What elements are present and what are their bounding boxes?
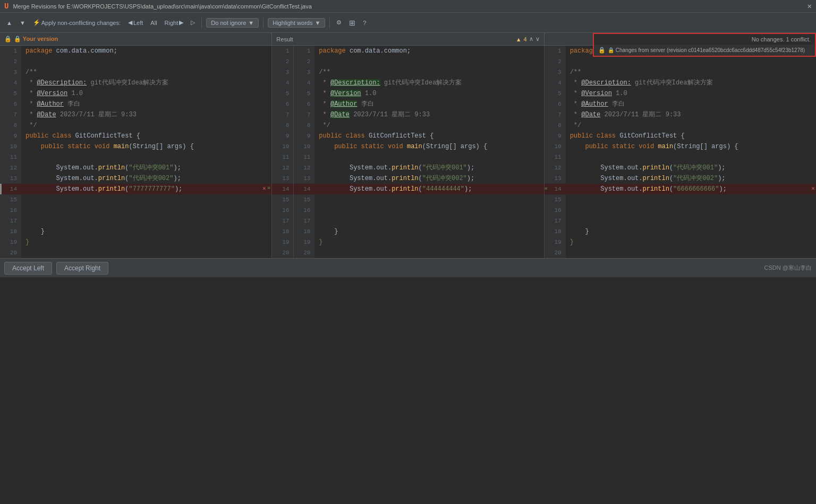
app-logo: U <box>4 2 8 11</box>
no-changes-text: No changes. 1 conflict. <box>594 34 815 45</box>
right-line-3: 3 /** <box>545 67 816 78</box>
bottom-bar: Accept Left Accept Right CSDN @寒山李白 <box>0 258 816 277</box>
lock-icon: 🔒 <box>598 47 606 54</box>
nav-up-button[interactable]: ∧ <box>529 36 533 42</box>
left-line-17: 17 <box>0 216 271 226</box>
center-line-15: 15 15 <box>272 194 543 205</box>
warning-icon: ▲ <box>516 36 522 42</box>
left-line-8: 8 */ <box>0 120 271 131</box>
left-line-13: 13 System.out.println("代码冲突002"); <box>0 173 271 184</box>
ignore-dropdown-arrow-icon: ▼ <box>248 20 254 26</box>
center-line-2: 2 2 <box>272 56 543 67</box>
ignore-dropdown-button[interactable]: Do not ignore ▼ <box>206 18 259 28</box>
nav-down-button[interactable]: ∨ <box>536 36 540 42</box>
right-line-14: 14 « System.out.println("6666666666"); ✕ <box>545 184 816 194</box>
right-line-18: 18 } <box>545 226 816 237</box>
left-accept-arrow-button[interactable]: » <box>267 185 271 192</box>
center-line-12: 12 12 System.out.println("代码冲突001"); <box>272 163 543 173</box>
right-line-6: 6 * @Author 李白 <box>545 99 816 109</box>
right-line-13: 13 System.out.println("代码冲突002"); <box>545 173 816 184</box>
center-line-11: 11 11 <box>272 152 543 163</box>
accept-left-button[interactable]: Accept Left <box>4 262 52 275</box>
right-line-9: 9 public class GitConflictTest { <box>545 131 816 141</box>
right-line-17: 17 <box>545 216 816 226</box>
lock-icon-left: 🔒 <box>4 36 12 42</box>
left-line-4: 4 * @Description: git代码冲突Idea解决方案 <box>0 78 271 88</box>
left-line-15: 15 <box>0 194 271 205</box>
magnet-icon: ⚡ <box>33 19 40 26</box>
result-label: Result <box>276 36 293 42</box>
prev-conflict-button[interactable]: ▲ <box>4 19 14 27</box>
separator-2 <box>263 18 264 28</box>
highlight-dropdown-button[interactable]: Highlight words ▼ <box>268 18 325 28</box>
conflict-count: 4 <box>524 36 527 42</box>
settings-button[interactable]: ⚙ <box>334 18 344 27</box>
help-icon: ? <box>363 20 366 26</box>
right-accept-arrow-button[interactable]: « <box>545 184 548 194</box>
next-conflict-button[interactable]: ▼ <box>18 19 28 27</box>
right-line-2: 2 <box>545 56 816 67</box>
right-reject-button[interactable]: ✕ <box>811 185 815 192</box>
right-line-8: 8 */ <box>545 120 816 131</box>
left-line-3: 3 /** <box>0 67 271 78</box>
window-title: Merge Revisions for E:\WORKPROJECTS\USPS… <box>13 3 311 10</box>
info-panel: No changes. 1 conflict. 🔒 🔒 Changes from… <box>593 33 816 57</box>
apply-changes-button[interactable]: ⚡ Apply non-conflicting changes: <box>31 18 123 27</box>
left-line-2: 2 <box>0 56 271 67</box>
left-line-6: 6 * @Author 李白 <box>0 99 271 109</box>
center-line-18: 18 18 } <box>272 226 543 237</box>
center-line-10: 10 10 public static void main(String[] a… <box>272 141 543 152</box>
left-line-11: 11 <box>0 152 271 163</box>
left-button[interactable]: ◀ Left <box>126 18 145 27</box>
changes-from-server-text: 🔒 🔒 Changes from server (revision c0141e… <box>594 45 815 56</box>
right-line-4: 4 * @Description: git代码冲突Idea解决方案 <box>545 78 816 88</box>
right-panel: 1 package com.data.common; 2 3 /** 4 * @… <box>545 46 816 258</box>
center-line-13: 13 13 System.out.println("代码冲突002"); <box>272 173 543 184</box>
center-line-9: 9 9 public class GitConflictTest { <box>272 131 543 141</box>
right-arrow-icon: ▶ <box>179 19 183 26</box>
left-line-1: 1 package com.data.common; <box>0 46 271 56</box>
right-line-15: 15 <box>545 194 816 205</box>
columns-icon: ⊞ <box>349 19 355 27</box>
left-reject-button[interactable]: ✕ <box>262 185 266 192</box>
left-line-12: 12 System.out.println("代码冲突001"); <box>0 163 271 173</box>
highlight-dropdown-arrow-icon: ▼ <box>314 20 320 26</box>
left-conflict-controls: ✕ » <box>262 185 270 192</box>
center-line-19: 19 19 } <box>272 237 543 247</box>
right-button[interactable]: Right ▶ <box>163 18 186 27</box>
left-line-18: 18 } <box>0 226 271 237</box>
right-line-10: 10 public static void main(String[] args… <box>545 141 816 152</box>
center-line-14: 14 14 System.out.println("444444444"); <box>272 184 543 194</box>
center-line-20: 20 20 <box>272 247 543 258</box>
highlight-label: Highlight words <box>273 20 312 26</box>
accept-right-button[interactable]: Accept Right <box>56 262 108 275</box>
left-line-5: 5 * @Version 1.0 <box>0 88 271 99</box>
apply-label: Apply non-conflicting changes: <box>41 20 121 26</box>
left-line-10: 10 public static void main(String[] args… <box>0 141 271 152</box>
right-apply-button[interactable]: ▷ <box>189 18 197 27</box>
left-line-14: 14 System.out.println("7777777777"); ✕ » <box>0 184 271 194</box>
left-line-16: 16 <box>0 205 271 216</box>
left-arrow-icon: ◀ <box>128 19 132 26</box>
center-panel: 1 1 package com.data.common; 2 2 3 3 /**… <box>272 46 544 258</box>
columns-button[interactable]: ⊞ <box>347 18 358 28</box>
all-button[interactable]: All <box>148 19 159 27</box>
center-line-17: 17 17 <box>272 216 543 226</box>
center-line-4: 4 4 * @Description: git代码冲突Idea解决方案 <box>272 78 543 88</box>
watermark: CSDN @寒山李白 <box>764 264 812 272</box>
separator-3 <box>329 18 330 28</box>
bottom-buttons: Accept Left Accept Right <box>4 262 108 275</box>
right-line-11: 11 <box>545 152 816 163</box>
help-button[interactable]: ? <box>361 19 368 27</box>
left-panel-header: 🔒 🔒 Your version <box>0 33 272 45</box>
center-line-8: 8 8 */ <box>272 120 543 131</box>
close-button[interactable]: ✕ <box>808 2 812 11</box>
separator-1 <box>201 18 202 28</box>
left-panel: 1 package com.data.common; 2 3 /** 4 * @… <box>0 46 272 258</box>
right-line-19: 19 } <box>545 237 816 247</box>
right-line-7: 7 * @Date 2023/7/11 星期二 9:33 <box>545 109 816 120</box>
center-line-7: 7 7 * @Date 2023/7/11 星期二 9:33 <box>272 109 543 120</box>
center-line-5: 5 5 * @Version 1.0 <box>272 88 543 99</box>
center-line-3: 3 3 /** <box>272 67 543 78</box>
ignore-label: Do not ignore <box>211 20 246 26</box>
